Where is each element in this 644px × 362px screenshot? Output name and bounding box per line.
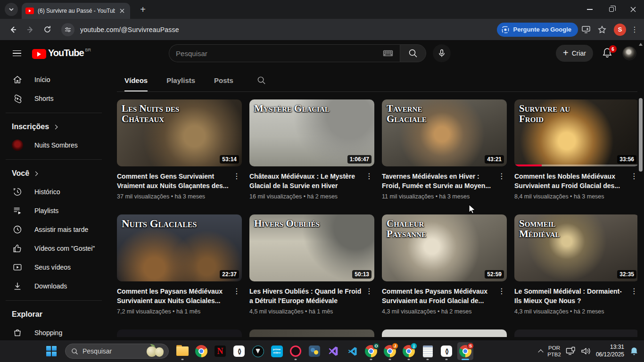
sidebar-item-downloads[interactable]: Downloads: [0, 277, 107, 296]
notepad-button[interactable]: [420, 342, 436, 360]
scrollbar-thumb[interactable]: [639, 98, 643, 172]
sidebar-item-assistir-mais-tarde[interactable]: Assistir mais tarde: [0, 220, 107, 239]
opera-gx-button[interactable]: [288, 342, 304, 360]
file-explorer-button[interactable]: [174, 342, 190, 360]
new-tab-button[interactable]: +: [137, 4, 149, 15]
chrome-button[interactable]: [193, 342, 209, 360]
reload-button[interactable]: [40, 22, 55, 37]
tray-chevron-up-icon[interactable]: [538, 349, 544, 354]
tab-posts[interactable]: Posts: [206, 69, 241, 91]
video-thumbnail[interactable]: Nuits Glaciales 22:37: [117, 214, 242, 281]
taskbar-clock[interactable]: 13:31 06/12/2025: [596, 344, 624, 358]
tab-search-caret-icon[interactable]: [5, 3, 18, 16]
video-thumbnail[interactable]: Survivre au Froid 33:56: [514, 99, 639, 166]
sidebar-item-inicio[interactable]: Início: [0, 70, 107, 89]
notifications-button[interactable]: 6: [602, 47, 614, 59]
restore-button[interactable]: [601, 0, 622, 19]
back-button[interactable]: [6, 22, 21, 37]
sidebar-you-header[interactable]: Você: [0, 165, 107, 182]
minimize-button[interactable]: [579, 0, 601, 19]
create-button[interactable]: + Criar: [556, 45, 593, 62]
notification-center-bell-icon[interactable]: [629, 346, 639, 356]
capcut-button[interactable]: ⟨⟩: [231, 342, 247, 360]
tab-videos[interactable]: Vídeos: [117, 69, 155, 91]
sidebar-item-nuits-sombres[interactable]: Nuits Sombres: [0, 136, 107, 155]
sidebar-item-shorts[interactable]: Shorts: [0, 89, 107, 108]
video-thumbnail[interactable]: Les Nuits des Châteaux 53:14: [117, 99, 242, 166]
video-thumbnail[interactable]: Taverne Glaciale 43:21: [382, 99, 507, 166]
video-menu-icon[interactable]: ⋮: [364, 172, 374, 200]
volume-icon[interactable]: [581, 347, 591, 355]
browser-tab[interactable]: (6) Survivre au Passé - YouTube: [22, 3, 130, 19]
video-menu-icon[interactable]: ⋮: [364, 287, 374, 315]
video-thumbnail[interactable]: Sommeil Médiéval 32:35: [514, 214, 639, 281]
ask-google-button[interactable]: Pergunte ao Google: [497, 23, 578, 37]
sidebar-item-playlists[interactable]: Playlists: [0, 201, 107, 220]
shorts-icon: [12, 93, 23, 104]
python-app-button[interactable]: [306, 342, 322, 360]
video-menu-icon[interactable]: ⋮: [231, 172, 242, 200]
keyboard-icon[interactable]: [383, 50, 393, 57]
search-input[interactable]: [176, 49, 383, 58]
video-title[interactable]: Châteaux Médiévaux : Le Mystère Glacial …: [249, 172, 364, 190]
sidebar-item-historico[interactable]: Histórico: [0, 182, 107, 201]
language-indicator[interactable]: POR PTB2: [547, 345, 561, 358]
page-scrollbar[interactable]: [637, 40, 644, 340]
search-button[interactable]: [400, 44, 426, 62]
netflix-button[interactable]: N: [212, 342, 228, 360]
video-thumbnail[interactable]: [117, 329, 242, 337]
video-title[interactable]: Comment les Paysans Médiévaux Survivaien…: [117, 287, 231, 305]
video-title[interactable]: Comment les Gens Survivaient Vraiment au…: [117, 172, 231, 190]
browser-menu-icon[interactable]: ⋮: [630, 25, 639, 34]
prime-video-button[interactable]: prime video: [269, 342, 285, 360]
close-window-button[interactable]: [622, 0, 644, 19]
pen-app-button[interactable]: [250, 342, 266, 360]
tab-close-icon[interactable]: [118, 7, 126, 15]
chrome-profile-j-button[interactable]: j: [401, 342, 417, 360]
video-thumbnail[interactable]: Mystère Glacial 1:06:47: [249, 99, 374, 166]
browser-profile-avatar[interactable]: S: [614, 24, 626, 36]
video-menu-icon[interactable]: ⋮: [231, 287, 242, 315]
network-icon[interactable]: [566, 346, 576, 356]
channel-search-icon[interactable]: [249, 69, 273, 91]
search-box[interactable]: [169, 44, 400, 62]
video-title[interactable]: Comment les Nobles Médiévaux Survivaient…: [514, 172, 629, 190]
sidebar-item-seus-videos[interactable]: Seus vídeos: [0, 258, 107, 277]
video-thumbnail[interactable]: [249, 329, 374, 337]
video-menu-icon[interactable]: ⋮: [496, 172, 507, 200]
search-highlight-pears-image[interactable]: [145, 344, 166, 358]
vscode-button[interactable]: [344, 342, 360, 360]
sidebar-item-videos-gostei[interactable]: Vídeos com "Gostei": [0, 239, 107, 258]
visual-studio-button[interactable]: [325, 342, 341, 360]
address-bar[interactable]: youtube.com/@SurvivreauPasse: [59, 22, 493, 38]
video-thumbnail[interactable]: Hivers Oubliés 50:13: [249, 214, 374, 281]
video-thumbnail[interactable]: [514, 329, 639, 337]
start-button[interactable]: [43, 342, 59, 360]
tab-playlists[interactable]: Playlists: [159, 69, 203, 91]
voice-search-button[interactable]: [433, 44, 451, 62]
video-menu-icon[interactable]: ⋮: [496, 287, 507, 315]
video-title[interactable]: Tavernes Médiévales en Hiver : Froid, Fu…: [382, 172, 496, 190]
scrollbar-up-arrow-icon[interactable]: [639, 43, 643, 46]
video-title[interactable]: Les Hivers Oubliés : Quand le Froid a Dé…: [249, 287, 364, 305]
sidebar-subscriptions-header[interactable]: Inscrições: [0, 118, 107, 136]
taskbar-search[interactable]: Pesquisar: [65, 344, 169, 359]
chrome-profile-o-button[interactable]: O: [363, 342, 379, 360]
forward-button[interactable]: [23, 22, 38, 37]
install-app-icon[interactable]: [578, 22, 594, 37]
sidebar-item-label: Vídeos com "Gostei": [34, 245, 95, 252]
capcut-2-button[interactable]: ⟨⟩: [438, 342, 454, 360]
bookmark-star-icon[interactable]: [594, 22, 610, 37]
video-thumbnail[interactable]: [382, 329, 507, 337]
youtube-logo[interactable]: YouTube BR: [32, 48, 91, 59]
video-title[interactable]: Le Sommeil Médiéval : Dormaient-Ils Mieu…: [514, 287, 629, 305]
sidebar-item-shopping[interactable]: Shopping: [0, 323, 107, 340]
site-info-icon[interactable]: [61, 23, 74, 36]
chrome-profile-J-button[interactable]: J: [382, 342, 398, 360]
url-text[interactable]: youtube.com/@SurvivreauPasse: [80, 26, 179, 33]
video-title[interactable]: Comment les Paysans Médiévaux Survivaien…: [382, 287, 496, 305]
video-thumbnail[interactable]: Chaleur Paysanne 52:59: [382, 214, 507, 281]
account-avatar[interactable]: [622, 46, 636, 60]
chrome-profile-s-active-button[interactable]: S: [457, 342, 473, 360]
guide-menu-icon[interactable]: [8, 44, 26, 63]
